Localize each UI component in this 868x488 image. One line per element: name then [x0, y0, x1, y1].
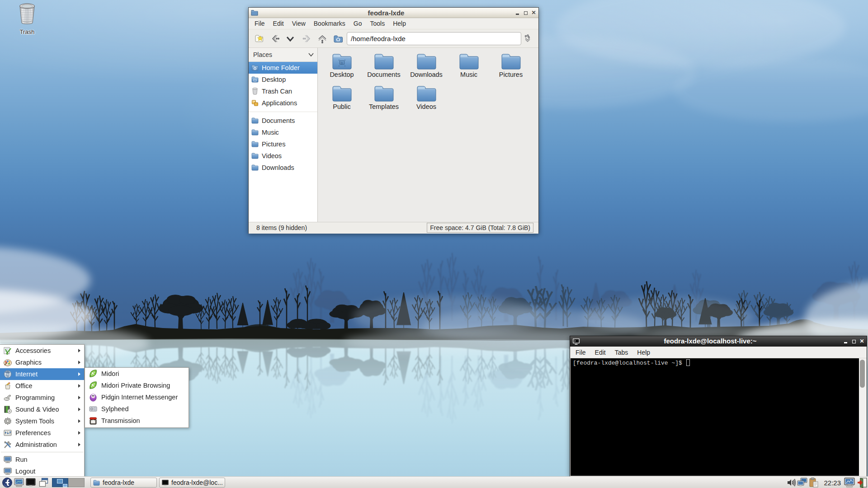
svg-text:D: D	[340, 61, 343, 65]
